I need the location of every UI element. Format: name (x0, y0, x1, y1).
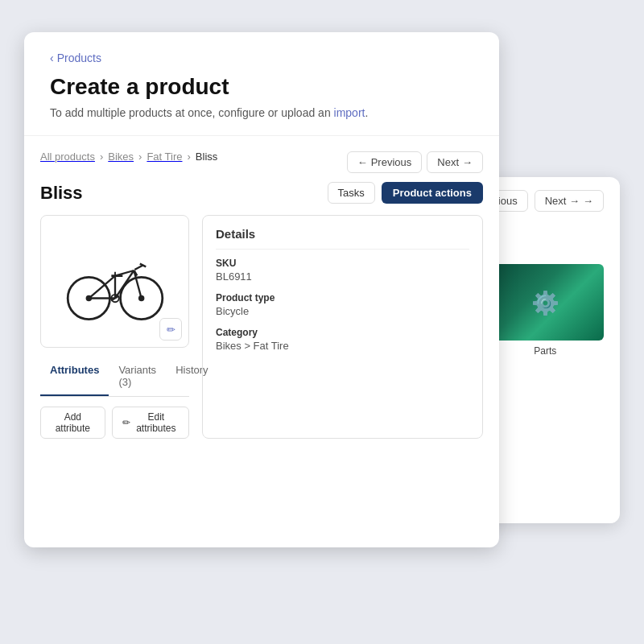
header-actions: Tasks Product actions (328, 182, 483, 204)
page-subtitle: To add multiple products at once, config… (50, 106, 473, 119)
tab-attributes-label: Attributes (50, 364, 99, 376)
product-type-field: Product type Bicycle (216, 292, 469, 317)
back-link-label: Products (57, 52, 101, 64)
arrow-right-icon: → (583, 195, 593, 207)
tab-actions: Add attribute ✏ Edit attributes (40, 407, 189, 439)
category-name-parts: Parts (487, 345, 604, 357)
arrow-right-icon: → (462, 156, 473, 168)
product-type-label: Product type (216, 292, 469, 303)
product-details-panel: Details SKU BL6911 Product type Bicycle … (202, 215, 483, 439)
tabs-row: Attributes Variants (3) History (40, 357, 189, 397)
svg-line-4 (89, 275, 115, 298)
page-title: Create a product (50, 74, 473, 100)
tab-variants[interactable]: Variants (3) (109, 357, 166, 396)
category-item-parts[interactable]: Parts (487, 264, 604, 357)
sku-value: BL6911 (216, 270, 469, 283)
product-detail-section: All products › Bikes › Fat Tire › Bliss … (24, 136, 499, 453)
add-attribute-button[interactable]: Add attribute (40, 407, 105, 439)
category-label: Category (216, 327, 469, 338)
back-link[interactable]: ‹ Products (50, 52, 473, 64)
edit-image-button[interactable]: ✏ (159, 318, 182, 341)
breadcrumb-fat-tire[interactable]: Fat Tire (147, 151, 182, 163)
edit-attributes-button[interactable]: ✏ Edit attributes (112, 407, 189, 439)
parts-image (487, 264, 604, 341)
sku-label: SKU (216, 258, 469, 269)
category-value: Bikes > Fat Tire (216, 340, 469, 352)
breadcrumb: All products › Bikes › Fat Tire › Bliss (40, 151, 217, 163)
details-title: Details (216, 227, 469, 250)
product-image-box: ✏ (40, 215, 189, 348)
tab-attributes[interactable]: Attributes (40, 357, 109, 396)
create-product-card: ‹ Products Create a product To add multi… (24, 32, 499, 547)
product-image (59, 233, 171, 330)
import-link[interactable]: import (334, 106, 365, 119)
next-label: Next → (545, 195, 580, 207)
svg-line-11 (134, 265, 142, 270)
product-header: Bliss Tasks Product actions (40, 182, 483, 204)
breadcrumb-label-1: Bikes (108, 151, 134, 163)
breadcrumb-current: Bliss (196, 151, 217, 163)
product-next-button[interactable]: Next → (427, 151, 483, 173)
breadcrumb-label-2: Fat Tire (147, 151, 182, 163)
sku-field: SKU BL6911 (216, 258, 469, 283)
tasks-button[interactable]: Tasks (328, 182, 375, 204)
previous-label: Previous (371, 156, 412, 168)
category-field: Category Bikes > Fat Tire (216, 327, 469, 352)
subtitle-text: To add multiple products at once, config… (50, 106, 331, 119)
product-content: ✏ Attributes Variants (3) History (40, 215, 483, 439)
breadcrumb-all-products[interactable]: All products (40, 151, 95, 163)
product-left-panel: ✏ Attributes Variants (3) History (40, 215, 189, 439)
breadcrumb-label-0: All products (40, 151, 95, 163)
front-header: ‹ Products Create a product To add multi… (24, 32, 499, 136)
arrow-left-icon: ← (357, 156, 368, 168)
product-actions-button[interactable]: Product actions (382, 182, 483, 204)
product-previous-button[interactable]: ← Previous (347, 151, 423, 173)
breadcrumb-bikes[interactable]: Bikes (108, 151, 134, 163)
product-name: Bliss (40, 183, 83, 204)
import-link-label: import (334, 106, 365, 119)
product-type-value: Bicycle (216, 305, 469, 317)
next-label: Next (437, 156, 459, 168)
pencil-icon: ✏ (167, 324, 175, 336)
product-nav: ← Previous Next → (347, 151, 483, 173)
next-button[interactable]: Next → → (535, 190, 604, 212)
edit-attributes-label: Edit attributes (134, 411, 179, 434)
chevron-left-icon: ‹ (50, 52, 54, 64)
tab-variants-label: Variants (3) (118, 364, 156, 388)
subtitle-suffix: . (365, 106, 368, 119)
pencil-icon-small: ✏ (122, 417, 130, 428)
